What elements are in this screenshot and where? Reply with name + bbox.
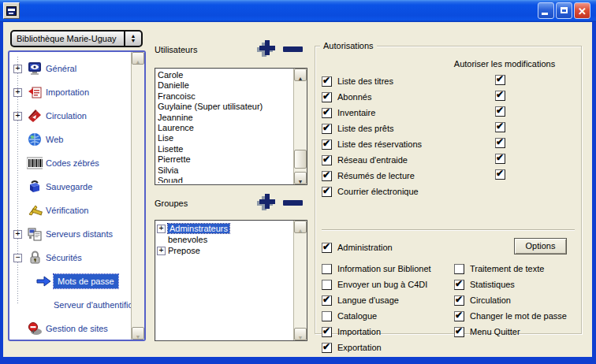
- sidebar-item-gestion-de-sites[interactable]: Gestion de sites: [9, 317, 128, 340]
- tree-expander-icon[interactable]: +: [157, 225, 166, 233]
- mod-checkbox-reseau-d-entraide[interactable]: ✔: [495, 154, 505, 164]
- scroll-up-button[interactable]: ▲: [294, 221, 307, 233]
- add-user-button[interactable]: [255, 39, 276, 58]
- settings-tree-scrollbar[interactable]: ▲ ▼: [131, 52, 144, 340]
- sidebar-item-web[interactable]: Web: [9, 128, 128, 151]
- check-icon: ✔: [322, 106, 330, 117]
- sidebar-item-label: Codes zébrés: [46, 158, 99, 168]
- sidebar-item-general[interactable]: +Général: [9, 57, 128, 80]
- checkbox-menu-quitter[interactable]: ✔: [454, 327, 464, 337]
- book-icon: [27, 108, 43, 124]
- lock-icon: [27, 250, 43, 266]
- checkbox-abonnes[interactable]: ✔: [322, 92, 332, 102]
- checkbox-traitement-de-texte[interactable]: [454, 264, 464, 274]
- scroll-up-button[interactable]: ▲: [132, 52, 144, 65]
- scroll-down-button[interactable]: ▼: [294, 328, 307, 340]
- sidebar-item-securites[interactable]: −Sécurités: [9, 246, 128, 269]
- group-item-adminstrateurs[interactable]: +Adminstrateurs: [157, 223, 229, 234]
- groups-tree-scrollbar[interactable]: ▲ ▼: [293, 221, 307, 340]
- checkbox-inventaire[interactable]: ✔: [322, 108, 332, 118]
- user-list-item[interactable]: Carole: [158, 70, 292, 80]
- checkbox-liste-des-titres[interactable]: ✔: [322, 76, 332, 87]
- user-list-item[interactable]: Lisette: [158, 144, 292, 154]
- sidebar-item-label: Général: [46, 64, 76, 73]
- right-option-traitement-de-texte: Traitement de texte: [454, 262, 544, 275]
- sidebar-item-sauvegarde[interactable]: Sauvegarde: [9, 175, 128, 199]
- checkbox-catalogue[interactable]: [322, 311, 332, 321]
- sidebar-item-label: Gestion de sites: [46, 324, 108, 333]
- spinner-arrows-icon[interactable]: ▲▼: [124, 32, 141, 46]
- maximize-button[interactable]: [556, 2, 572, 19]
- user-list-item[interactable]: Jeannine: [158, 113, 292, 123]
- checkbox-administration[interactable]: ✔: [322, 243, 332, 253]
- mod-checkbox-inventaire[interactable]: ✔: [495, 106, 505, 117]
- user-list-item[interactable]: Silvia: [158, 165, 292, 176]
- check-icon: ✔: [322, 341, 330, 352]
- checkbox-liste-des-prets[interactable]: ✔: [322, 124, 332, 134]
- checkbox-information-sur-biblionet[interactable]: [322, 264, 332, 274]
- tree-expander-icon[interactable]: +: [13, 65, 22, 73]
- user-list-item[interactable]: Souad: [158, 176, 292, 183]
- mod-checkbox-abonnes[interactable]: ✔: [495, 91, 505, 101]
- check-icon: ✔: [496, 136, 504, 147]
- checkbox-exportation[interactable]: ✔: [322, 343, 332, 353]
- group-item-prepose[interactable]: +Prepose: [157, 245, 200, 256]
- user-list-item[interactable]: Guylaine (Super utilisateur): [158, 102, 292, 112]
- scroll-down-button[interactable]: ▼: [294, 172, 307, 184]
- sidebar-item-codes-zebres[interactable]: Codes zébrés: [9, 151, 128, 175]
- scrollbar-thumb[interactable]: [294, 150, 307, 169]
- feature-row-liste-des-titres: ✔Liste des titres: [322, 75, 393, 87]
- checkbox-statistiques[interactable]: ✔: [454, 280, 464, 290]
- library-selector[interactable]: Bibliothèque Marie-Uguay ▲▼: [10, 30, 143, 47]
- tree-expander-icon[interactable]: +: [13, 88, 22, 97]
- checkbox-reseau-d-entraide[interactable]: ✔: [322, 155, 332, 165]
- scroll-up-button[interactable]: ▲: [294, 69, 307, 81]
- checkbox-envoyer-un-bug-a-c4di[interactable]: [322, 280, 332, 290]
- sidebar-item-label: Web: [46, 135, 63, 144]
- sidebar-item-label: Serveurs distants: [46, 229, 113, 239]
- checkbox-label: Traitement de texte: [470, 264, 544, 273]
- checkbox-label: Résumés de lecture: [337, 171, 415, 180]
- tree-expander-icon[interactable]: +: [157, 247, 166, 255]
- mod-checkbox-liste-des-prets[interactable]: ✔: [495, 122, 505, 132]
- remove-user-button[interactable]: [283, 46, 303, 52]
- checkbox-langue-d-usage[interactable]: ✔: [322, 295, 332, 306]
- mod-checkbox-liste-des-reservations[interactable]: ✔: [495, 138, 505, 148]
- add-group-button[interactable]: [255, 193, 276, 212]
- scroll-down-button[interactable]: ▼: [132, 327, 144, 340]
- client-area: Bibliothèque Marie-Uguay ▲▼ +Général+Imp…: [3, 22, 592, 357]
- checkbox-resumes-de-lecture[interactable]: ✔: [322, 171, 332, 181]
- users-list-scrollbar[interactable]: ▲ ▼: [293, 69, 307, 184]
- checkbox-importation[interactable]: ✔: [322, 327, 332, 337]
- minimize-button[interactable]: [538, 2, 554, 19]
- sidebar-item-verification[interactable]: Vérification: [9, 199, 128, 222]
- tree-expander-icon[interactable]: −: [13, 254, 22, 262]
- options-button[interactable]: Options: [514, 238, 567, 254]
- user-list-item[interactable]: Laurence: [158, 123, 292, 133]
- user-list-item[interactable]: Francoisc: [158, 91, 292, 102]
- user-list-item[interactable]: Lise: [158, 133, 292, 143]
- tree-expander-icon[interactable]: +: [13, 230, 22, 239]
- mod-checkbox-resumes-de-lecture[interactable]: ✔: [495, 169, 505, 180]
- checkbox-courrier-electronique[interactable]: ✔: [322, 187, 332, 197]
- sidebar-item-serveurs-distants[interactable]: +Serveurs distants: [9, 222, 128, 246]
- checkbox-liste-des-reservations[interactable]: ✔: [322, 139, 332, 150]
- checkbox-circulation[interactable]: ✔: [454, 295, 464, 306]
- sidebar-item-importation[interactable]: +Importation: [9, 80, 128, 104]
- checkbox-label: Statistiques: [470, 280, 515, 289]
- sidebar-item-mots-de-passe[interactable]: Mots de passe: [9, 269, 128, 293]
- group-item-benevoles[interactable]: benevoles: [157, 234, 207, 245]
- users-list: CaroleDanielleFrancoiscGuylaine (Super u…: [155, 68, 307, 185]
- sidebar-item-serveur-d-authentifica[interactable]: Serveur d'authentifica: [9, 293, 128, 317]
- tree-expander-icon[interactable]: +: [13, 112, 22, 121]
- user-list-item[interactable]: Pierrette: [158, 154, 292, 165]
- mod-checkbox-liste-des-titres[interactable]: ✔: [495, 75, 505, 85]
- title-bar[interactable]: ✕: [0, 0, 596, 22]
- close-button[interactable]: ✕: [574, 2, 590, 19]
- groups-label: Groupes: [155, 199, 188, 208]
- checkbox-changer-le-mot-de-passe[interactable]: ✔: [454, 311, 464, 321]
- check-icon: ✔: [496, 152, 504, 163]
- user-list-item[interactable]: Danielle: [158, 80, 292, 91]
- remove-group-button[interactable]: [283, 200, 303, 206]
- sidebar-item-circulation[interactable]: +Circulation: [9, 104, 128, 128]
